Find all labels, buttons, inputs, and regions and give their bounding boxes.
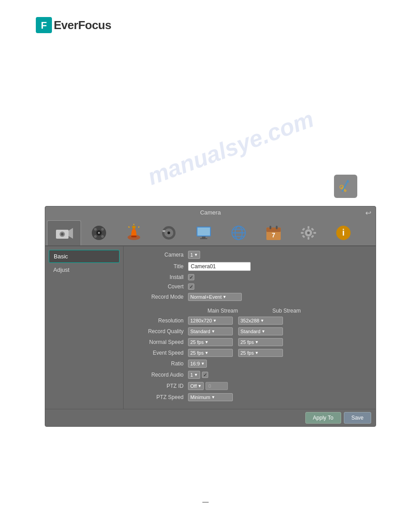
tab-disk[interactable] bbox=[152, 220, 186, 245]
svg-rect-50 bbox=[311, 235, 314, 238]
tab-network[interactable] bbox=[222, 220, 256, 245]
resolution-controls: 1280x720 ▼ 352x288 ▼ bbox=[188, 317, 283, 325]
main-quality-select[interactable]: Standard ▼ bbox=[188, 327, 233, 335]
normal-speed-row: Normal Speed 25 fps ▼ 25 fps ▼ bbox=[130, 338, 369, 346]
dialog-title: Camera bbox=[200, 209, 221, 216]
install-checkbox[interactable] bbox=[188, 274, 194, 280]
svg-point-15 bbox=[94, 235, 97, 238]
quality-controls: Standard ▼ Standard ▼ bbox=[188, 327, 283, 335]
tools-settings-icon[interactable] bbox=[334, 175, 357, 198]
tab-record[interactable] bbox=[82, 220, 116, 245]
form-area: Camera 1 ▼ Title Install bbox=[124, 246, 376, 409]
event-speed-controls: 25 fps ▼ 25 fps ▼ bbox=[188, 349, 283, 357]
svg-rect-38 bbox=[270, 226, 271, 229]
save-button[interactable]: Save bbox=[344, 412, 371, 424]
svg-rect-30 bbox=[200, 238, 207, 239]
stream-headers: Main Stream Sub Stream bbox=[130, 308, 369, 314]
ptz-id-select[interactable]: Off ▼ bbox=[188, 382, 204, 390]
tab-camera[interactable] bbox=[47, 220, 81, 245]
dialog-back-button[interactable]: ↩ bbox=[365, 209, 371, 217]
camera-label: Camera bbox=[130, 252, 188, 258]
svg-point-14 bbox=[101, 228, 104, 231]
sub-stream-header: Sub Stream bbox=[257, 308, 316, 314]
svg-rect-47 bbox=[302, 227, 305, 231]
svg-line-22 bbox=[128, 227, 129, 227]
main-resolution-select[interactable]: 1280x720 ▼ bbox=[188, 317, 233, 325]
camera-dialog: Camera ↩ bbox=[45, 206, 376, 427]
ratio-label: Ratio bbox=[130, 360, 188, 367]
apply-to-button[interactable]: Apply To bbox=[305, 412, 341, 424]
tab-schedule[interactable]: 7 bbox=[257, 220, 291, 245]
resolution-row: Resolution 1280x720 ▼ 352x288 ▼ bbox=[130, 317, 369, 325]
record-mode-control: Normal+Event ▼ bbox=[188, 293, 242, 301]
record-mode-arrow: ▼ bbox=[223, 295, 227, 299]
svg-rect-45 bbox=[301, 232, 304, 234]
covert-control bbox=[188, 283, 194, 290]
covert-row: Covert bbox=[130, 283, 369, 290]
svg-text:i: i bbox=[342, 227, 345, 237]
record-audio-row: Record Audio 1 ▼ bbox=[130, 371, 369, 379]
svg-rect-46 bbox=[313, 232, 316, 234]
main-event-speed-select[interactable]: 25 fps ▼ bbox=[188, 349, 233, 357]
install-control bbox=[188, 274, 194, 280]
ptz-speed-select[interactable]: Minimum ▼ bbox=[188, 393, 233, 401]
svg-rect-43 bbox=[308, 226, 309, 229]
svg-point-12 bbox=[98, 232, 100, 234]
svg-text:7: 7 bbox=[272, 232, 275, 239]
covert-checkbox[interactable] bbox=[188, 283, 194, 290]
record-audio-control: 1 ▼ bbox=[188, 371, 208, 379]
ratio-row: Ratio 16:9 ▼ bbox=[130, 360, 369, 368]
tab-alarm[interactable] bbox=[117, 220, 151, 245]
sub-normal-speed-select[interactable]: 25 fps ▼ bbox=[238, 338, 283, 346]
svg-rect-26 bbox=[163, 230, 165, 232]
event-speed-row: Event Speed 25 fps ▼ 25 fps ▼ bbox=[130, 349, 369, 357]
dialog-titlebar: Camera ↩ bbox=[45, 206, 376, 219]
svg-rect-48 bbox=[311, 227, 314, 231]
title-label: Title bbox=[130, 263, 188, 270]
svg-rect-28 bbox=[197, 227, 210, 236]
ratio-control: 16:9 ▼ bbox=[188, 360, 207, 368]
svg-point-25 bbox=[167, 232, 170, 234]
install-row: Install bbox=[130, 274, 369, 280]
ptz-speed-label: PTZ Speed bbox=[130, 394, 188, 400]
ptz-speed-row: PTZ Speed Minimum ▼ bbox=[130, 393, 369, 401]
sub-quality-select[interactable]: Standard ▼ bbox=[238, 327, 283, 335]
resolution-label: Resolution bbox=[130, 317, 188, 324]
record-audio-checkbox[interactable] bbox=[202, 372, 208, 378]
title-input[interactable] bbox=[188, 262, 251, 271]
svg-rect-19 bbox=[131, 236, 137, 237]
tab-info[interactable]: i bbox=[326, 220, 360, 245]
record-audio-label: Record Audio bbox=[130, 372, 188, 378]
sidebar-item-adjust[interactable]: Adjust bbox=[49, 264, 120, 276]
sub-event-speed-select[interactable]: 25 fps ▼ bbox=[238, 349, 283, 357]
svg-point-13 bbox=[94, 228, 97, 231]
logo: F EverFocus bbox=[36, 17, 111, 33]
svg-point-9 bbox=[61, 233, 64, 236]
svg-rect-18 bbox=[132, 226, 136, 228]
record-mode-row: Record Mode Normal+Event ▼ bbox=[130, 293, 369, 301]
svg-rect-49 bbox=[302, 235, 305, 238]
record-quality-row: Record Quality Standard ▼ Standard ▼ bbox=[130, 327, 369, 335]
watermark: manualsye.com bbox=[144, 105, 317, 190]
ptz-id-label: PTZ ID bbox=[130, 383, 188, 389]
normal-speed-controls: 25 fps ▼ 25 fps ▼ bbox=[188, 338, 283, 346]
sidebar-item-basic[interactable]: Basic bbox=[49, 250, 120, 263]
camera-select[interactable]: 1 ▼ bbox=[188, 251, 200, 259]
main-normal-speed-select[interactable]: 25 fps ▼ bbox=[188, 338, 233, 346]
sub-resolution-select[interactable]: 352x288 ▼ bbox=[238, 317, 283, 325]
tab-settings[interactable] bbox=[291, 220, 325, 245]
svg-line-21 bbox=[138, 227, 139, 227]
icon-toolbar: 7 i bbox=[45, 219, 376, 246]
record-mode-select[interactable]: Normal+Event ▼ bbox=[188, 293, 242, 301]
tab-monitor[interactable] bbox=[187, 220, 221, 245]
svg-rect-29 bbox=[202, 236, 206, 238]
ptz-id-number-input bbox=[206, 382, 228, 390]
event-speed-label: Event Speed bbox=[130, 350, 188, 356]
ptz-id-row: PTZ ID Off ▼ bbox=[130, 382, 369, 390]
title-control bbox=[188, 262, 251, 271]
install-label: Install bbox=[130, 274, 188, 280]
ptz-id-control: Off ▼ bbox=[188, 382, 228, 390]
normal-speed-label: Normal Speed bbox=[130, 339, 188, 345]
ratio-select[interactable]: 16:9 ▼ bbox=[188, 360, 207, 368]
record-audio-select[interactable]: 1 ▼ bbox=[188, 371, 200, 379]
